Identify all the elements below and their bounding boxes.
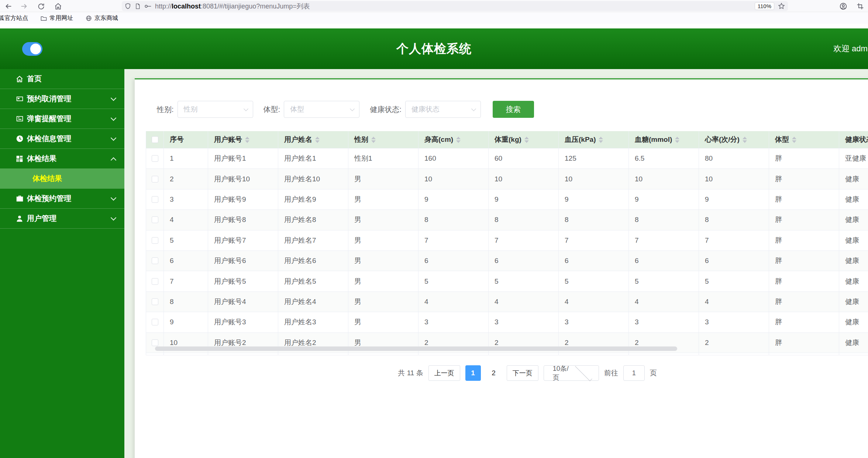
chevron-down-icon <box>244 106 248 111</box>
table-cell: 胖 <box>769 292 839 312</box>
screenshot-icon[interactable] <box>855 1 865 11</box>
bookmark-label: 京东商城 <box>94 14 118 22</box>
table-cell: 用户姓名7 <box>278 230 348 250</box>
sort-carets-icon[interactable] <box>245 137 249 143</box>
sort-carets-icon[interactable] <box>792 137 796 143</box>
sidebar-subitem-exam-results-active[interactable]: 体检结果 <box>0 169 124 189</box>
table-row: 6用户账号6用户姓名6男66666胖健康 <box>146 251 868 271</box>
permissions-icon[interactable] <box>144 4 151 9</box>
shield-icon[interactable] <box>125 3 131 9</box>
table-cell: 8 <box>164 292 208 312</box>
welcome-text: 欢迎 admin <box>833 28 868 69</box>
table-cell: 男 <box>348 312 418 332</box>
row-checkbox[interactable] <box>152 237 158 244</box>
sort-carets-icon[interactable] <box>599 137 603 143</box>
column-header-label: 用户姓名 <box>284 135 312 144</box>
table-cell: 160 <box>418 148 489 168</box>
table-cell: 1 <box>164 148 208 168</box>
row-checkbox-cell <box>146 271 164 291</box>
row-checkbox[interactable] <box>152 155 158 162</box>
table-cell: 健康 <box>839 169 868 189</box>
sidebar-item-home[interactable]: 首页 <box>0 69 124 89</box>
goto-page-input[interactable] <box>623 365 645 381</box>
sort-carets-icon[interactable] <box>371 137 376 143</box>
row-checkbox[interactable] <box>152 176 158 182</box>
goto-suffix: 页 <box>650 368 657 378</box>
sort-carets-icon[interactable] <box>456 137 461 143</box>
next-page-button[interactable]: 下一页 <box>507 365 538 381</box>
horizontal-scrollbar[interactable] <box>155 346 677 351</box>
search-button[interactable]: 搜索 <box>493 101 534 118</box>
content-area: 性别: 性别 体型: 体型 健康状态: 健康状态 搜索 <box>124 69 868 458</box>
sort-carets-icon[interactable] <box>675 137 679 143</box>
table-cell: 用户姓名8 <box>278 210 348 230</box>
column-header[interactable]: 用户账号 <box>208 131 278 148</box>
row-checkbox[interactable] <box>152 319 158 325</box>
prev-page-button[interactable]: 上一页 <box>428 365 460 381</box>
column-header[interactable]: 体重(kg) <box>489 131 559 148</box>
table-cell: 9 <box>489 189 559 209</box>
sidebar-item-popup-mgmt[interactable]: 弹窗提醒管理 <box>0 109 124 129</box>
sidebar-item-label: 体检信息管理 <box>27 134 71 144</box>
column-header[interactable]: 体型 <box>769 131 839 148</box>
page-1-button[interactable]: 1 <box>465 365 481 381</box>
back-icon[interactable] <box>4 1 13 11</box>
postcard-icon <box>16 95 24 103</box>
sort-carets-icon[interactable] <box>315 137 320 143</box>
column-header[interactable]: 性别 <box>348 131 418 148</box>
url-bar[interactable]: http://localhost:8081/#/tijianjieguo?men… <box>122 1 788 11</box>
sidebar-item-exam-info-mgmt[interactable]: 体检信息管理 <box>0 129 124 149</box>
table-cell: 5 <box>559 271 629 291</box>
row-checkbox[interactable] <box>152 257 158 264</box>
pagination: 共 11 条 上一页 1 2 下一页 10条/页 前往 页 <box>146 365 868 382</box>
table-header-row: 序号用户账号用户姓名性别身高(cm)体重(kg)血压(kPa)血糖(mmol)心… <box>146 131 868 148</box>
table-cell: 10 <box>489 169 559 189</box>
table-cell: 用户账号4 <box>208 292 278 312</box>
table-cell: 4 <box>559 292 629 312</box>
sort-carets-icon[interactable] <box>524 137 529 143</box>
column-header[interactable]: 身高(cm) <box>418 131 489 148</box>
column-header[interactable]: 用户姓名 <box>278 131 348 148</box>
row-checkbox[interactable] <box>152 339 158 346</box>
row-checkbox[interactable] <box>152 278 158 285</box>
column-header[interactable]: 健康状态 <box>839 131 868 148</box>
page-icon[interactable] <box>135 3 141 9</box>
reload-icon[interactable] <box>36 1 46 11</box>
table-row: 4用户账号8用户姓名8男88888胖健康 <box>146 210 868 230</box>
table-cell <box>699 353 769 355</box>
forward-icon[interactable] <box>19 1 29 11</box>
bookmark-star-icon[interactable] <box>778 3 785 10</box>
bookmark-item[interactable]: 狐官方站点 <box>0 14 28 22</box>
table-cell: 健康 <box>839 271 868 291</box>
row-checkbox[interactable] <box>152 298 158 305</box>
health-status-select[interactable]: 健康状态 <box>405 101 481 118</box>
page-2-button[interactable]: 2 <box>486 365 502 381</box>
table-cell: 9 <box>629 189 699 209</box>
zoom-level-badge[interactable]: 110% <box>755 2 774 10</box>
table-cell <box>146 353 164 355</box>
select-all-checkbox[interactable] <box>152 136 158 143</box>
bookmark-item[interactable]: 京东商城 <box>86 14 118 22</box>
row-checkbox[interactable] <box>152 196 158 203</box>
table-cell: 男 <box>348 210 418 230</box>
column-header[interactable]: 血压(kPa) <box>559 131 629 148</box>
sidebar-item-user-mgmt[interactable]: 用户管理 <box>0 209 124 229</box>
column-header[interactable]: 心率(次/分) <box>699 131 769 148</box>
table-cell: 4 <box>699 292 769 312</box>
sidebar-item-cancel-mgmt[interactable]: 预约取消管理 <box>0 89 124 109</box>
sort-carets-icon[interactable] <box>743 137 747 143</box>
body-type-select[interactable]: 体型 <box>284 101 359 118</box>
sidebar-item-exam-results[interactable]: 体检结果 <box>0 149 124 169</box>
column-header[interactable]: 血糖(mmol) <box>629 131 699 148</box>
table-cell: 男 <box>348 169 418 189</box>
chevron-down-icon <box>111 195 117 201</box>
sidebar-item-appointment-mgmt[interactable]: 体检预约管理 <box>0 189 124 209</box>
bookmark-item[interactable]: 常用网址 <box>41 14 73 22</box>
account-icon[interactable] <box>838 1 848 11</box>
page-size-select[interactable]: 10条/页 <box>544 365 599 381</box>
gender-select[interactable]: 性别 <box>178 101 253 118</box>
home-icon[interactable] <box>53 1 63 11</box>
table-cell: 8 <box>489 210 559 230</box>
table-cell: 男 <box>348 292 418 312</box>
row-checkbox[interactable] <box>152 216 158 223</box>
